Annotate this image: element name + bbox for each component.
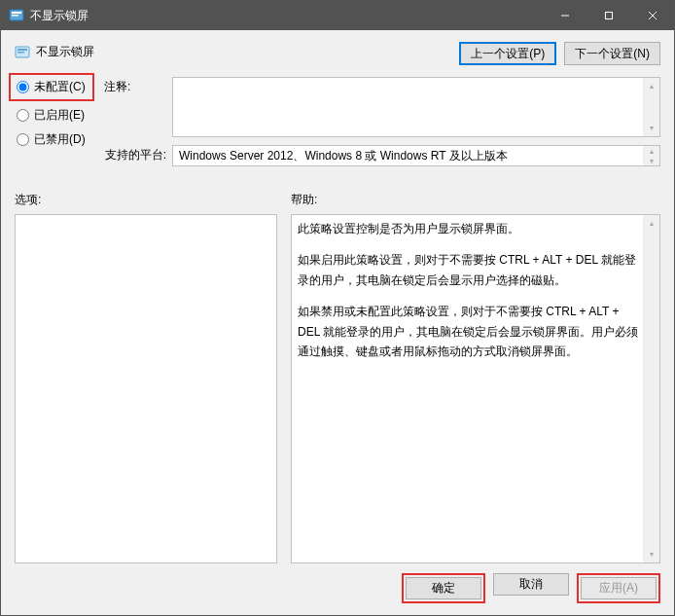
radio-enabled[interactable]: 已启用(E) (17, 107, 94, 124)
header-left: 不显示锁屏 (15, 40, 94, 60)
comment-scrollbar[interactable]: ▴ ▾ (643, 78, 659, 136)
close-button[interactable] (630, 1, 674, 30)
titlebar-controls (543, 1, 674, 30)
help-pane[interactable]: 此策略设置控制是否为用户显示锁屏界面。 如果启用此策略设置，则对于不需要按 CT… (291, 214, 660, 563)
radio-disabled[interactable]: 已禁用(D) (17, 131, 94, 148)
scroll-up-icon[interactable]: ▴ (643, 215, 659, 232)
ok-button[interactable]: 确定 (406, 577, 481, 599)
maximize-button[interactable] (586, 1, 630, 30)
options-label: 选项: (15, 192, 277, 208)
radio-column: 未配置(C) 已启用(E) 已禁用(D) (15, 77, 94, 174)
help-paragraph: 此策略设置控制是否为用户显示锁屏界面。 (298, 219, 640, 238)
svg-rect-8 (18, 49, 27, 51)
svg-rect-1 (12, 12, 21, 14)
platform-scrollbar[interactable]: ▴ ▾ (643, 146, 659, 165)
dialog-window: 不显示锁屏 不显示锁屏 (0, 0, 675, 616)
scroll-up-icon[interactable]: ▴ (643, 78, 659, 94)
comment-row: 注释: ▴ ▾ (104, 77, 660, 137)
next-setting-button[interactable]: 下一个设置(N) (564, 42, 660, 65)
apply-highlight: 应用(A) (577, 573, 660, 603)
svg-rect-2 (12, 15, 18, 17)
setting-title: 不显示锁屏 (36, 44, 94, 60)
ok-highlight: 确定 (402, 573, 485, 603)
window-title: 不显示锁屏 (30, 8, 543, 24)
comment-label: 注释: (104, 77, 172, 95)
radio-enabled-label: 已启用(E) (34, 107, 85, 124)
dialog-content: 不显示锁屏 上一个设置(P) 下一个设置(N) 未配置(C) 已启用( (1, 30, 674, 615)
radio-not-configured-wrap: 未配置(C) (9, 73, 94, 101)
config-section: 未配置(C) 已启用(E) 已禁用(D) 注释: (15, 77, 660, 174)
radio-not-configured-label: 未配置(C) (34, 79, 86, 95)
help-column: 帮助: 此策略设置控制是否为用户显示锁屏界面。 如果启用此策略设置，则对于不需要… (291, 192, 660, 563)
scroll-up-icon[interactable]: ▴ (643, 146, 659, 156)
apply-button[interactable]: 应用(A) (581, 577, 657, 599)
header-row: 不显示锁屏 上一个设置(P) 下一个设置(N) (15, 40, 660, 65)
options-column: 选项: (15, 192, 277, 563)
main-split: 选项: 帮助: 此策略设置控制是否为用户显示锁屏界面。 如果启用此策略设置，则对… (15, 192, 660, 563)
help-paragraph: 如果启用此策略设置，则对于不需要按 CTRL + ALT + DEL 就能登录的… (298, 250, 640, 290)
policy-icon (9, 8, 24, 23)
right-fields: 注释: ▴ ▾ 支持的平台: Windows Server 2012、Windo… (104, 77, 660, 174)
cancel-button[interactable]: 取消 (493, 573, 569, 596)
radio-not-configured[interactable]: 未配置(C) (17, 79, 89, 95)
platform-label: 支持的平台: (104, 145, 172, 163)
nav-buttons: 上一个设置(P) 下一个设置(N) (459, 40, 660, 65)
setting-icon (15, 45, 30, 60)
comment-textarea[interactable]: ▴ ▾ (172, 77, 660, 137)
help-scrollbar[interactable]: ▴ ▾ (643, 215, 659, 562)
radio-disabled-input[interactable] (17, 133, 29, 146)
prev-setting-button[interactable]: 上一个设置(P) (459, 42, 556, 65)
scroll-down-icon[interactable]: ▾ (643, 156, 659, 165)
scroll-track[interactable] (643, 232, 659, 546)
titlebar: 不显示锁屏 (1, 1, 674, 30)
options-pane[interactable] (15, 214, 277, 563)
minimize-button[interactable] (543, 1, 586, 30)
platform-box: Windows Server 2012、Windows 8 或 Windows … (172, 145, 660, 166)
footer: 确定 取消 应用(A) (15, 573, 660, 603)
svg-rect-9 (18, 52, 24, 54)
scroll-down-icon[interactable]: ▾ (643, 120, 659, 136)
scroll-down-icon[interactable]: ▾ (643, 546, 659, 562)
scroll-track[interactable] (643, 94, 659, 120)
radio-rest: 已启用(E) 已禁用(D) (17, 107, 94, 148)
svg-rect-4 (605, 13, 612, 19)
platform-value: Windows Server 2012、Windows 8 或 Windows … (179, 149, 508, 163)
platform-row: 支持的平台: Windows Server 2012、Windows 8 或 W… (104, 145, 660, 166)
radio-not-configured-input[interactable] (17, 81, 29, 93)
help-label: 帮助: (291, 192, 660, 208)
radio-enabled-input[interactable] (17, 109, 29, 122)
help-paragraph: 如果禁用或未配置此策略设置，则对于不需要按 CTRL + ALT + DEL 就… (298, 302, 640, 361)
radio-disabled-label: 已禁用(D) (34, 131, 86, 148)
